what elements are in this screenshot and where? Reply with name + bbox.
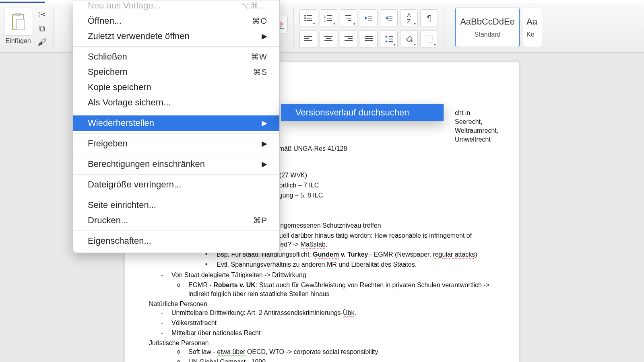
svg-rect-16	[327, 20, 332, 21]
svg-rect-43	[389, 39, 393, 39]
multilevel-icon	[344, 14, 353, 22]
menu-item-save[interactable]: Speichern⌘S	[73, 64, 279, 80]
svg-rect-30	[304, 40, 312, 41]
list-item: Unmittelbare Drittwirkung: Art. 2 Antira…	[161, 309, 495, 317]
format-painter-button[interactable]: 🖌	[36, 37, 47, 48]
bullets-button[interactable]	[299, 9, 317, 27]
svg-point-46	[411, 40, 413, 42]
align-center-icon	[324, 36, 332, 42]
ribbon-separator	[53, 8, 54, 48]
svg-rect-33	[324, 40, 332, 41]
style-next[interactable]: Aa Ke	[523, 8, 542, 47]
style-name-label: Standard	[475, 31, 501, 38]
menu-item-recent[interactable]: Zuletzt verwendete öffnen▶	[73, 29, 279, 44]
svg-rect-38	[365, 38, 373, 39]
outdent-icon	[364, 14, 373, 22]
pilcrow-icon: ¶	[427, 14, 431, 23]
increase-indent-button[interactable]	[380, 9, 398, 27]
menu-item-reduce-size[interactable]: Dateigröße verringern...	[73, 177, 279, 192]
align-center-button[interactable]	[320, 30, 337, 48]
svg-rect-32	[326, 38, 331, 39]
menu-item-print[interactable]: Drucken...⌘P	[73, 213, 279, 228]
align-left-button[interactable]	[299, 30, 317, 48]
paste-button[interactable]	[4, 8, 32, 36]
list-item: Mittelbar über nationales Recht	[161, 329, 495, 337]
list-item: Völkerstrafrecht	[161, 319, 495, 327]
menu-item-restore[interactable]: Wiederherstellen▶	[73, 115, 279, 131]
shading-button[interactable]	[400, 30, 418, 48]
svg-rect-1	[15, 13, 21, 16]
borders-icon	[425, 35, 433, 43]
svg-rect-18	[347, 18, 351, 19]
svg-rect-27	[388, 20, 392, 21]
indent-icon	[384, 14, 393, 22]
show-marks-button[interactable]: ¶	[420, 9, 438, 27]
file-menu[interactable]: Neu aus Vorlage...⌥⌘… Öffnen...⌘O Zuletz…	[73, 0, 280, 253]
menu-separator	[73, 154, 279, 154]
subheading: Juristische Personen	[149, 339, 495, 348]
menu-separator	[73, 133, 279, 134]
list-item: Evtl. Spannungsverhältnis zu anderen MR …	[205, 260, 495, 269]
menu-separator	[73, 46, 279, 47]
svg-rect-17	[345, 15, 351, 16]
svg-rect-8	[307, 18, 312, 19]
svg-rect-29	[304, 38, 309, 39]
submenu-item-version-history[interactable]: Versionsverlauf durchsuchen	[281, 104, 444, 121]
menu-item-permissions[interactable]: Berechtigungen einschränken▶	[73, 156, 279, 172]
body-text: cht in Seerecht, Weltraumrecht, Umweltre…	[455, 109, 495, 144]
line-spacing-button[interactable]	[380, 30, 398, 48]
restore-submenu[interactable]: Versionsverlauf durchsuchen	[281, 104, 444, 121]
spacing-icon	[385, 35, 393, 43]
dash-list: Unmittelbare Drittwirkung: Art. 2 Antira…	[161, 309, 495, 337]
circle-list: Soft law - etwa über OECD, WTO -> corpor…	[177, 348, 495, 362]
svg-point-5	[304, 15, 306, 16]
ribbon-separator	[444, 8, 444, 48]
paste-label: Einfügen	[5, 37, 31, 45]
numbering-icon: 123	[324, 14, 333, 22]
svg-rect-2	[17, 19, 25, 30]
cut-button[interactable]: ✂	[36, 9, 47, 21]
justify-icon	[365, 36, 373, 42]
borders-button[interactable]	[420, 30, 438, 48]
dash-list: Von Staat delegierte Tätigkeiten -> Drit…	[161, 271, 495, 280]
menu-item-page-setup[interactable]: Seite einrichten...	[73, 197, 279, 213]
subheading: Natürliche Personen	[149, 300, 495, 309]
menu-item-new-template[interactable]: Neu aus Vorlage...⌥⌘…	[73, 0, 279, 13]
numbering-button[interactable]: 123	[320, 9, 337, 27]
menu-separator	[73, 195, 279, 195]
svg-rect-14	[327, 18, 332, 19]
copy-button[interactable]: ⧉	[36, 23, 47, 34]
list-item: UN Global Compact - 1999	[177, 358, 495, 362]
clipboard-icon	[9, 12, 27, 31]
bucket-icon	[405, 35, 413, 43]
menu-item-save-copy[interactable]: Kopie speichern	[73, 80, 279, 95]
menu-item-properties[interactable]: Eigenschaften...	[73, 233, 279, 249]
paste-group: Einfügen	[4, 8, 32, 50]
multilevel-list-button[interactable]	[340, 9, 357, 27]
svg-rect-21	[368, 16, 372, 16]
svg-rect-31	[324, 36, 332, 37]
bullets-icon	[304, 14, 313, 22]
decrease-indent-button[interactable]	[360, 9, 378, 27]
menu-item-share[interactable]: Freigeben▶	[73, 136, 279, 151]
svg-rect-26	[388, 18, 392, 19]
svg-rect-23	[368, 20, 372, 21]
menu-item-open[interactable]: Öffnen...⌘O	[73, 13, 279, 29]
svg-rect-37	[365, 36, 373, 37]
list-item: Soft law - etwa über OECD, WTO -> corpor…	[177, 348, 495, 356]
align-left-icon	[304, 36, 312, 42]
active-tab-indicator	[0, 0, 45, 3]
style-standard[interactable]: AaBbCcDdEe Standard	[455, 8, 520, 47]
menu-item-close[interactable]: Schließen⌘W	[73, 49, 279, 64]
justify-button[interactable]	[360, 30, 378, 48]
align-right-button[interactable]	[340, 30, 357, 48]
list-item: Von Staat delegierte Tätigkeiten -> Drit…	[161, 271, 495, 280]
menu-item-save-template[interactable]: Als Vorlage sichern...	[73, 95, 279, 110]
sort-icon: AZ	[407, 12, 411, 24]
svg-rect-39	[365, 40, 373, 41]
svg-rect-36	[345, 40, 353, 41]
sort-button[interactable]: AZ	[400, 9, 418, 27]
svg-rect-35	[348, 38, 353, 39]
svg-rect-22	[368, 18, 372, 19]
circle-list: EGMR - Roberts v. UK: Staat auch für Gew…	[177, 281, 495, 298]
